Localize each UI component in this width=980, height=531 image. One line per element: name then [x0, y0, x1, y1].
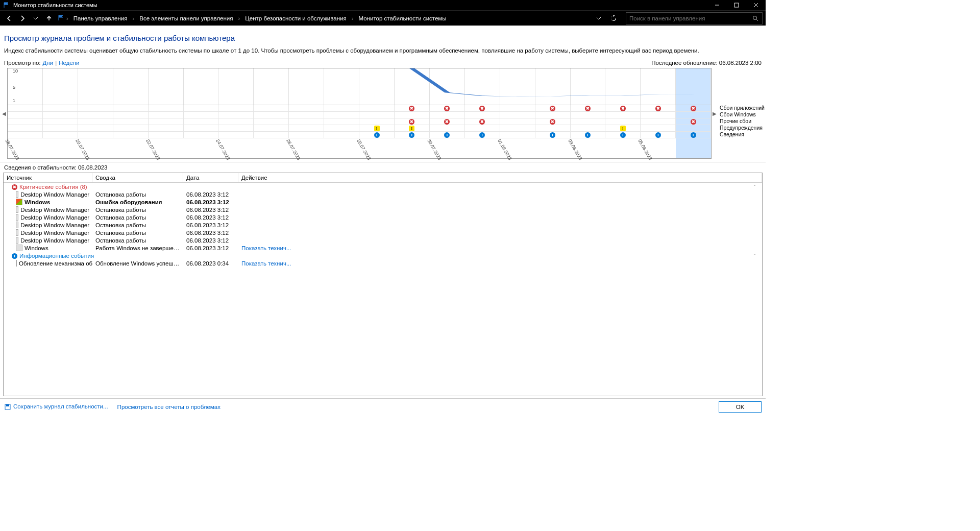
- event-cell[interactable]: [218, 118, 254, 125]
- table-row[interactable]: Desktop Window ManagerОстановка работы06…: [4, 236, 762, 244]
- event-cell[interactable]: ✖: [395, 105, 430, 111]
- view-weeks-link[interactable]: Недели: [59, 60, 79, 66]
- view-days-link[interactable]: Дни: [43, 60, 54, 66]
- event-cell[interactable]: [359, 105, 395, 111]
- table-row[interactable]: Desktop Window ManagerОстановка работы06…: [4, 213, 762, 221]
- minimize-button[interactable]: [707, 0, 727, 10]
- event-cell[interactable]: i: [535, 132, 571, 138]
- event-cell[interactable]: [8, 105, 43, 111]
- event-cell[interactable]: i: [395, 132, 430, 138]
- event-cell[interactable]: [43, 118, 78, 125]
- breadcrumb-item[interactable]: Панель управления: [70, 12, 131, 25]
- event-cell[interactable]: [113, 118, 149, 125]
- event-cell[interactable]: [641, 112, 676, 118]
- event-cell[interactable]: [395, 112, 430, 118]
- event-cell[interactable]: [78, 125, 113, 131]
- event-cell[interactable]: ✖: [465, 105, 500, 111]
- event-cell[interactable]: !: [395, 125, 430, 131]
- event-cell[interactable]: [289, 125, 324, 131]
- event-cell[interactable]: [289, 105, 324, 111]
- event-cell[interactable]: [113, 112, 149, 118]
- event-cell[interactable]: [184, 118, 219, 125]
- event-cell[interactable]: [571, 118, 606, 125]
- event-cell[interactable]: ✖: [465, 118, 500, 125]
- event-cell[interactable]: [359, 112, 395, 118]
- event-cell[interactable]: ✖: [395, 118, 430, 125]
- event-cell[interactable]: ✖: [676, 105, 711, 111]
- save-history-link[interactable]: Сохранить журнал стабильности...: [4, 403, 108, 411]
- event-cell[interactable]: ✖: [535, 118, 571, 125]
- event-cell[interactable]: [218, 112, 254, 118]
- event-cell[interactable]: ✖: [641, 105, 676, 111]
- event-cell[interactable]: [465, 112, 500, 118]
- event-cell[interactable]: [289, 112, 324, 118]
- event-cell[interactable]: ✖: [430, 105, 465, 111]
- event-cell[interactable]: ✖: [535, 105, 571, 111]
- event-cell[interactable]: [149, 125, 184, 131]
- table-row[interactable]: Desktop Window ManagerОстановка работы06…: [4, 229, 762, 236]
- event-cell[interactable]: [324, 125, 359, 131]
- address-dropdown-button[interactable]: [592, 12, 605, 25]
- event-cell[interactable]: [254, 118, 289, 125]
- event-cell[interactable]: [43, 112, 78, 118]
- event-cell[interactable]: [78, 118, 113, 125]
- event-cell[interactable]: [500, 118, 535, 125]
- event-cell[interactable]: [641, 118, 676, 125]
- table-row[interactable]: Desktop Window ManagerОстановка работы06…: [4, 190, 762, 198]
- event-cell[interactable]: i: [571, 132, 606, 138]
- event-cell[interactable]: [43, 125, 78, 131]
- group-header[interactable]: iИнформационные события˄: [4, 252, 762, 259]
- close-button[interactable]: [746, 0, 766, 10]
- event-cell[interactable]: [571, 112, 606, 118]
- event-cell[interactable]: [535, 125, 571, 131]
- recent-button[interactable]: [30, 12, 42, 25]
- event-cell[interactable]: [254, 105, 289, 111]
- action-link[interactable]: Показать технич...: [241, 245, 291, 251]
- event-cell[interactable]: ✖: [571, 105, 606, 111]
- col-source[interactable]: Источник: [4, 173, 92, 182]
- table-row[interactable]: Обновление механизма обнару...Обновление…: [4, 259, 762, 267]
- event-cell[interactable]: i: [430, 132, 465, 138]
- event-cell[interactable]: [535, 112, 571, 118]
- action-link[interactable]: Показать технич...: [241, 260, 291, 267]
- breadcrumb-item[interactable]: Все элементы панели управления: [136, 12, 236, 25]
- event-cell[interactable]: [359, 118, 395, 125]
- event-cell[interactable]: [78, 105, 113, 111]
- event-cell[interactable]: !: [359, 125, 395, 131]
- event-cell[interactable]: [218, 105, 254, 111]
- event-cell[interactable]: [184, 125, 219, 131]
- event-cell[interactable]: [500, 132, 535, 138]
- event-cell[interactable]: [8, 112, 43, 118]
- event-cell[interactable]: i: [605, 132, 641, 138]
- event-cell[interactable]: [113, 105, 149, 111]
- event-cell[interactable]: [218, 125, 254, 131]
- event-cell[interactable]: [218, 132, 254, 138]
- event-cell[interactable]: [430, 125, 465, 131]
- back-button[interactable]: [3, 12, 15, 25]
- event-cell[interactable]: [289, 132, 324, 138]
- event-cell[interactable]: [324, 118, 359, 125]
- event-cell[interactable]: [149, 112, 184, 118]
- event-cell[interactable]: [78, 112, 113, 118]
- event-cell[interactable]: i: [465, 132, 500, 138]
- event-cell[interactable]: [465, 125, 500, 131]
- event-cell[interactable]: [113, 132, 149, 138]
- chart-scroll-right[interactable]: ▶: [712, 68, 718, 159]
- table-row[interactable]: Desktop Window ManagerОстановка работы06…: [4, 221, 762, 229]
- event-cell[interactable]: [605, 118, 641, 125]
- event-cell[interactable]: ✖: [676, 118, 711, 125]
- chart-body[interactable]: 10 5 1 ✖✖✖✖✖✖✖✖✖✖✖✖✖!!!iiiiiiiii 18.07.2…: [7, 68, 712, 159]
- search-input[interactable]: [626, 15, 749, 21]
- event-cell[interactable]: [43, 132, 78, 138]
- event-cell[interactable]: [324, 105, 359, 111]
- event-cell[interactable]: [149, 105, 184, 111]
- event-cell[interactable]: [184, 105, 219, 111]
- event-cell[interactable]: [254, 112, 289, 118]
- event-cell[interactable]: i: [641, 132, 676, 138]
- event-cell[interactable]: [676, 112, 711, 118]
- event-cell[interactable]: i: [676, 132, 711, 138]
- event-cell[interactable]: [43, 105, 78, 111]
- event-cell[interactable]: [254, 132, 289, 138]
- event-cell[interactable]: [324, 112, 359, 118]
- search-box[interactable]: [626, 12, 763, 25]
